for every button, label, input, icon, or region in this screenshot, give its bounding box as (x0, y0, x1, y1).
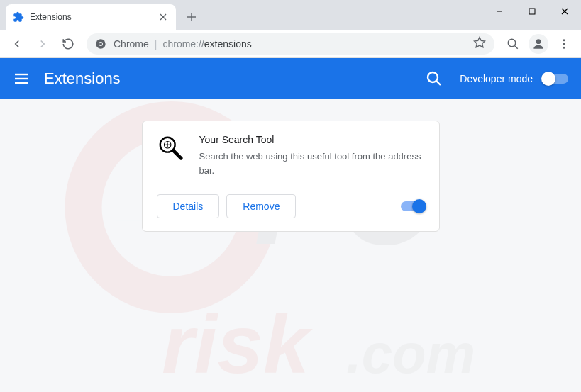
remove-button[interactable]: Remove (226, 194, 296, 218)
svg-point-15 (563, 39, 565, 41)
extension-description: Search the web using this useful tool fr… (199, 150, 425, 177)
page-title: Extensions (44, 69, 426, 88)
maximize-button[interactable] (516, 0, 548, 23)
extension-puzzle-icon (13, 11, 24, 23)
developer-mode-label: Developer mode (460, 73, 533, 84)
close-window-button[interactable] (548, 0, 581, 23)
toggle-thumb (541, 72, 555, 86)
address-bar[interactable]: Chrome | chrome://extensions (87, 33, 494, 55)
details-button[interactable]: Details (157, 194, 220, 218)
zoom-icon[interactable] (502, 33, 524, 55)
forward-button[interactable] (31, 33, 54, 55)
toggle-thumb (412, 199, 426, 213)
content-area: PC risk .com Your Search Tool Search the… (0, 99, 581, 392)
svg-text:risk: risk (162, 298, 313, 391)
tab-title: Extensions (30, 12, 157, 22)
svg-text:.com: .com (346, 323, 475, 385)
svg-point-21 (428, 72, 438, 82)
svg-rect-1 (529, 9, 535, 14)
profile-avatar[interactable] (527, 33, 550, 55)
svg-point-17 (563, 46, 565, 48)
url-protocol: Chrome (114, 38, 149, 50)
svg-point-14 (536, 39, 541, 44)
reload-button[interactable] (57, 33, 79, 55)
search-icon[interactable] (426, 70, 443, 87)
svg-point-16 (563, 43, 565, 45)
svg-marker-11 (475, 37, 485, 47)
extension-name: Your Search Tool (199, 134, 425, 145)
url-host: chrome:// (162, 38, 204, 50)
svg-line-22 (436, 81, 441, 85)
extension-card: Your Search Tool Search the web using th… (142, 121, 440, 232)
new-tab-button[interactable] (182, 7, 201, 27)
svg-line-13 (514, 45, 518, 49)
browser-toolbar: Chrome | chrome://extensions (0, 30, 581, 58)
hamburger-menu-icon[interactable] (13, 70, 30, 87)
extension-enable-toggle[interactable] (401, 201, 425, 211)
chrome-icon (95, 38, 106, 50)
extension-magnifier-icon (157, 134, 184, 161)
url-divider: | (155, 38, 157, 50)
back-button[interactable] (6, 33, 28, 55)
svg-line-32 (173, 151, 180, 158)
menu-dots-icon[interactable] (553, 33, 575, 55)
url-path: extensions (204, 38, 252, 50)
page-header: Extensions Developer mode (0, 58, 581, 99)
developer-mode-toggle[interactable] (543, 74, 568, 84)
close-tab-button[interactable] (157, 11, 169, 23)
svg-point-10 (99, 43, 102, 45)
bookmark-star-icon[interactable] (473, 36, 486, 52)
svg-point-12 (508, 39, 516, 47)
minimize-button[interactable] (483, 0, 516, 23)
browser-tab[interactable]: Extensions (6, 4, 176, 30)
